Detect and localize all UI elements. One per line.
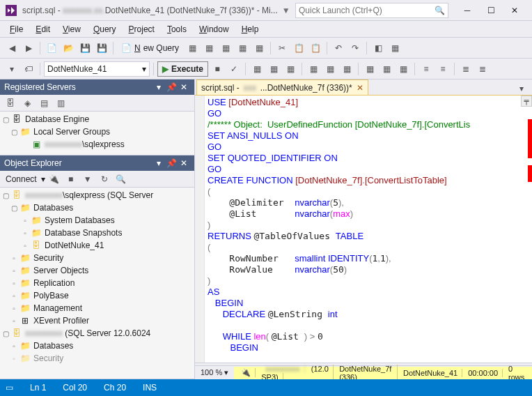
tb-sql-g[interactable]: ▦ bbox=[362, 61, 377, 77]
editor-area: script.sql - xxx...DotNetNuke_7f (336))*… bbox=[195, 79, 532, 379]
close-button[interactable]: ✕ bbox=[503, 2, 526, 19]
oe-refresh-icon[interactable]: ↻ bbox=[97, 172, 112, 187]
save-button[interactable]: 💾 bbox=[77, 40, 93, 56]
connection-bar: 🔌 xxxxxxxxx (12.0 SP3) DotNetNuke_7f (33… bbox=[234, 367, 532, 379]
undo-button[interactable]: ↶ bbox=[331, 40, 346, 56]
tb-sql-b[interactable]: ▦ bbox=[266, 61, 281, 77]
minimize-button[interactable]: ─ bbox=[455, 2, 479, 19]
error-marker bbox=[528, 119, 532, 158]
rs-report-icon[interactable]: ▤ bbox=[36, 96, 52, 111]
parse-button[interactable]: ✓ bbox=[226, 61, 242, 77]
sql-toolbar: ▾ 🏷 DotNetNuke_41▾ ▶Execute ■ ✓ ▦ ▦ ▦ ▦ … bbox=[0, 59, 532, 79]
tb-sql-e[interactable]: ▦ bbox=[322, 61, 338, 77]
panel-menu-icon[interactable]: ▾ bbox=[152, 158, 165, 168]
tb-icon-1[interactable]: ▦ bbox=[185, 40, 200, 56]
registered-servers-title[interactable]: Registered Servers ▾ 📌 ✕ bbox=[0, 79, 194, 95]
indent-button[interactable]: ≡ bbox=[418, 61, 434, 77]
connect-button[interactable]: Connect bbox=[3, 174, 40, 184]
menu-view[interactable]: View bbox=[57, 23, 86, 36]
conn-server: xxxxxxxxx (12.0 SP3) bbox=[257, 365, 334, 381]
uncomment-button[interactable]: ≣ bbox=[475, 61, 490, 77]
conn-elapsed: 00:00:00 bbox=[464, 369, 503, 377]
menu-edit[interactable]: Edit bbox=[30, 23, 56, 36]
registered-servers-toolbar: 🗄 ◈ ▤ ▥ bbox=[0, 95, 194, 112]
outline-margin bbox=[195, 96, 205, 363]
menu-help[interactable]: Help bbox=[236, 23, 265, 36]
stop-button[interactable]: ■ bbox=[210, 61, 225, 77]
cut-button[interactable]: ✂ bbox=[274, 40, 290, 56]
tab-close-icon[interactable]: ✕ bbox=[357, 83, 363, 93]
redo-button[interactable]: ↷ bbox=[347, 40, 363, 56]
object-explorer-toolbar: Connect▾ 🔌 ■ ▼ ↻ 🔍 bbox=[0, 171, 194, 188]
rs-db-icon[interactable]: 🗄 bbox=[3, 96, 18, 111]
zoom-level[interactable]: 100 % ▾ bbox=[195, 368, 234, 377]
tb-icon-5[interactable]: ▦ bbox=[251, 40, 267, 56]
actual-plan-button[interactable]: ▾ bbox=[4, 61, 19, 77]
maximize-button[interactable]: ☐ bbox=[479, 2, 503, 19]
error-marker bbox=[528, 165, 532, 182]
document-tab[interactable]: script.sql - xxx...DotNetNuke_7f (336))*… bbox=[196, 79, 368, 95]
tb-sql-d[interactable]: ▦ bbox=[306, 61, 321, 77]
code-editor[interactable]: USE [DotNetNuke_41] GO /****** Object: U… bbox=[195, 95, 532, 363]
code-content[interactable]: USE [DotNetNuke_41] GO /****** Object: U… bbox=[205, 96, 532, 363]
rs-is-icon[interactable]: ▥ bbox=[53, 96, 68, 111]
panel-close-icon[interactable]: ✕ bbox=[178, 158, 190, 168]
title-dropdown-icon[interactable]: ▼ bbox=[282, 6, 290, 15]
tb-icon-4[interactable]: ▦ bbox=[235, 40, 250, 56]
vs-icon bbox=[6, 5, 17, 16]
oe-disconnect-icon[interactable]: 🔌 bbox=[47, 172, 62, 187]
tb-icon-3[interactable]: ▦ bbox=[218, 40, 233, 56]
oe-filter-icon[interactable]: ▼ bbox=[80, 172, 95, 187]
database-combo[interactable]: DotNetNuke_41▾ bbox=[44, 61, 150, 77]
split-icon[interactable]: ╤ bbox=[521, 96, 532, 107]
tb-sql-f[interactable]: ▦ bbox=[339, 61, 354, 77]
object-explorer-tree[interactable]: ▢🗄xxxxxxxxx\sqlexpress (SQL Server ▢📁Dat… bbox=[0, 188, 194, 379]
tab-overflow-icon[interactable]: ▾ bbox=[514, 81, 529, 96]
status-ins: INS bbox=[143, 383, 157, 393]
quick-launch[interactable]: 🔍 bbox=[295, 3, 448, 18]
left-panels: Registered Servers ▾ 📌 ✕ 🗄 ◈ ▤ ▥ ▢🗄Datab… bbox=[0, 79, 195, 379]
menu-project[interactable]: Project bbox=[123, 23, 160, 36]
nav-fwd-button[interactable]: ▶ bbox=[21, 40, 36, 56]
object-explorer-title[interactable]: Object Explorer ▾ 📌 ✕ bbox=[0, 155, 194, 171]
status-bar: ▭ Ln 1 Col 20 Ch 20 INS bbox=[0, 379, 532, 396]
copy-button[interactable]: 📋 bbox=[291, 40, 306, 56]
title-bar: script.sql - xxxxxxx.xx.DotNetNuke_41 (D… bbox=[0, 0, 532, 21]
tb-sql-a[interactable]: ▦ bbox=[249, 61, 265, 77]
outdent-button[interactable]: ≡ bbox=[435, 61, 451, 77]
menu-file[interactable]: File bbox=[4, 23, 29, 36]
oe-search-icon[interactable]: 🔍 bbox=[114, 172, 129, 187]
execute-button[interactable]: ▶Execute bbox=[157, 61, 208, 77]
tb-icon-2[interactable]: ▦ bbox=[201, 40, 217, 56]
save-all-button[interactable]: 💾 bbox=[94, 40, 109, 56]
new-item-button[interactable]: 📄 bbox=[44, 40, 59, 56]
new-query-button[interactable]: 📄 New Query bbox=[117, 40, 183, 56]
registered-servers-tree[interactable]: ▢🗄Database Engine ▢📁Local Server Groups … bbox=[0, 112, 194, 155]
menu-query[interactable]: Query bbox=[88, 23, 122, 36]
editor-footer: 100 % ▾ 🔌 xxxxxxxxx (12.0 SP3) DotNetNuk… bbox=[195, 365, 532, 379]
comment-button[interactable]: ≣ bbox=[458, 61, 474, 77]
pin-icon[interactable]: 📌 bbox=[165, 158, 178, 168]
panel-close-icon[interactable]: ✕ bbox=[178, 82, 190, 92]
status-col: Col 20 bbox=[63, 383, 87, 393]
menu-tools[interactable]: Tools bbox=[162, 23, 192, 36]
quick-launch-input[interactable] bbox=[299, 6, 435, 15]
status-output-icon[interactable]: ▭ bbox=[6, 383, 13, 393]
tb-sql-i[interactable]: ▦ bbox=[396, 61, 411, 77]
pin-icon[interactable]: 📌 bbox=[165, 82, 178, 92]
nav-back-button[interactable]: ◀ bbox=[4, 40, 19, 56]
tb-sql-h[interactable]: ▦ bbox=[379, 61, 394, 77]
rs-cube-icon[interactable]: ◈ bbox=[19, 96, 35, 111]
search-icon: 🔍 bbox=[435, 6, 445, 15]
menu-window[interactable]: Window bbox=[194, 23, 235, 36]
tb-icon-ext2[interactable]: ▦ bbox=[387, 40, 402, 56]
oe-stop-icon[interactable]: ■ bbox=[63, 172, 79, 187]
status-ch: Ch 20 bbox=[104, 383, 126, 393]
panel-menu-icon[interactable]: ▾ bbox=[152, 82, 165, 92]
tb-sql-c[interactable]: ▦ bbox=[283, 61, 298, 77]
tb-sql1[interactable]: 🏷 bbox=[21, 61, 36, 77]
open-button[interactable]: 📂 bbox=[61, 40, 76, 56]
registered-servers-panel: Registered Servers ▾ 📌 ✕ 🗄 ◈ ▤ ▥ ▢🗄Datab… bbox=[0, 79, 194, 155]
paste-button[interactable]: 📋 bbox=[308, 40, 323, 56]
tb-icon-ext[interactable]: ◧ bbox=[370, 40, 386, 56]
